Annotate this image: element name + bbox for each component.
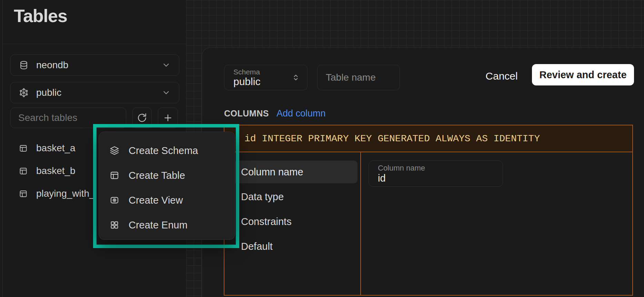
table-name: basket_b <box>36 165 76 176</box>
table-icon <box>109 170 120 181</box>
create-dropdown-menu: Create Schema Create Table Create View <box>99 132 235 240</box>
table-icon <box>19 144 28 153</box>
column-name-field[interactable]: Column name id <box>369 161 503 187</box>
column-detail-pane: Column name id <box>361 152 632 295</box>
page-title: Tables <box>14 6 67 26</box>
database-select[interactable]: neondb <box>10 54 179 76</box>
table-icon <box>19 189 28 198</box>
menu-item-label: Create Table <box>129 170 185 181</box>
schema-select-label: Schema <box>233 68 260 76</box>
table-name-input[interactable] <box>317 65 400 90</box>
sidebar-divider <box>3 44 186 44</box>
schema-picker-value: public <box>36 87 61 98</box>
menu-item-create-enum[interactable]: Create Enum <box>99 213 235 237</box>
column-sql-preview-row[interactable]: id INTEGER PRIMARY KEY GENERATED ALWAYS … <box>224 125 632 152</box>
menu-item-label: Create Enum <box>129 219 188 231</box>
schema-picker[interactable]: public <box>10 82 179 103</box>
menu-item-label: Create View <box>129 195 183 206</box>
database-icon <box>19 60 29 70</box>
sidebar-edge-line <box>2 0 3 297</box>
refresh-tables-button[interactable] <box>132 107 152 128</box>
menu-item-create-table[interactable]: Create Table <box>99 163 235 188</box>
chevron-down-icon <box>162 88 171 97</box>
schema-icon <box>19 88 29 98</box>
table-name: basket_a <box>36 143 76 154</box>
search-tables-input[interactable] <box>10 107 126 128</box>
tab-constraints[interactable]: Constraints <box>227 210 358 233</box>
database-select-value: neondb <box>36 60 68 71</box>
menu-item-label: Create Schema <box>129 145 198 156</box>
columns-section-title: COLUMNS <box>224 109 269 119</box>
table-icon <box>19 166 28 176</box>
schema-select-value: public <box>233 76 260 87</box>
schema-select[interactable]: Schema public <box>224 65 308 90</box>
table-name: playing_with_ <box>36 188 95 199</box>
tab-column-name[interactable]: Column name <box>227 161 358 183</box>
cancel-button[interactable]: Cancel <box>480 68 523 85</box>
column-name-field-label: Column name <box>378 164 503 173</box>
tab-default[interactable]: Default <box>227 235 358 258</box>
review-and-create-button[interactable]: Review and create <box>532 64 634 85</box>
tab-data-type[interactable]: Data type <box>227 185 358 208</box>
column-name-field-value: id <box>378 173 503 184</box>
view-eye-icon <box>109 195 120 205</box>
column-sql-preview: id INTEGER PRIMARY KEY GENERATED ALWAYS … <box>244 133 540 144</box>
grid-squares-icon <box>109 220 120 230</box>
menu-item-create-schema[interactable]: Create Schema <box>99 138 235 163</box>
columns-header: COLUMNS Add column <box>224 108 325 119</box>
chevron-up-down-icon <box>291 73 300 82</box>
create-object-button[interactable] <box>158 107 178 128</box>
tables-page: Schema public Cancel Review and create C… <box>0 0 644 297</box>
chevron-down-icon <box>162 61 171 70</box>
menu-item-create-view[interactable]: Create View <box>99 188 235 213</box>
layers-icon <box>109 145 120 156</box>
refresh-icon <box>137 113 147 123</box>
column-editor-body: Column name Data type Constraints Defaul… <box>224 152 632 295</box>
column-editor-tabs: Column name Data type Constraints Defaul… <box>224 152 361 295</box>
add-column-link[interactable]: Add column <box>276 108 326 119</box>
column-editor: id INTEGER PRIMARY KEY GENERATED ALWAYS … <box>224 125 633 296</box>
plus-icon <box>163 113 173 123</box>
